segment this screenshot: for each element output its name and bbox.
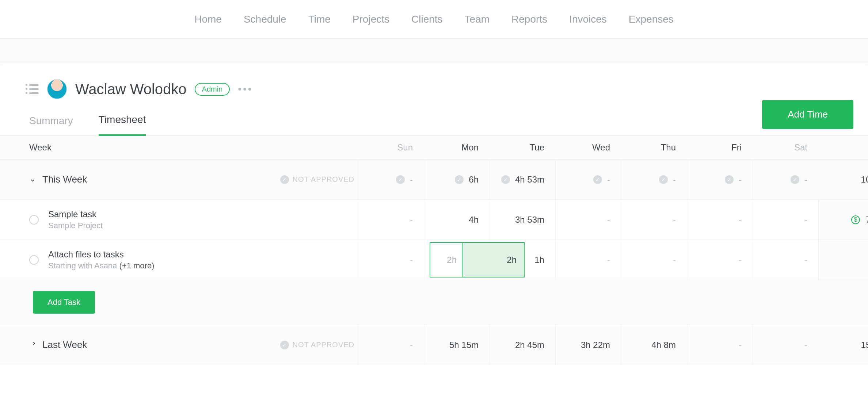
last-wed: 3h 22m [555, 325, 621, 365]
task-cell[interactable]: - [621, 240, 687, 280]
week-row-this[interactable]: ⌄ This Week ✓ NOT APPROVED ✓- ✓6h ✓4h 53… [0, 160, 868, 200]
check-circle-icon: ✓ [280, 341, 289, 349]
check-circle-icon: ✓ [455, 175, 464, 184]
task-radio[interactable] [29, 255, 39, 265]
check-circle-icon: ✓ [396, 175, 405, 184]
col-fri: Fri [687, 142, 753, 153]
task-cell[interactable]: - [555, 240, 621, 280]
task-subtitle: Starting with Asana (+1 more) [48, 261, 154, 271]
tab-timesheet[interactable]: Timesheet [99, 114, 146, 136]
more-icon[interactable]: ••• [238, 83, 253, 95]
task-total: 3h [818, 240, 868, 280]
list-toggle-icon[interactable] [29, 84, 39, 94]
last-thu: 4h 8m [621, 325, 687, 365]
task-title[interactable]: Attach files to tasks [48, 249, 154, 260]
nav-schedule[interactable]: Schedule [244, 14, 286, 25]
task-cell[interactable]: - [753, 240, 818, 280]
col-wed: Wed [555, 142, 621, 153]
role-badge: Admin [195, 83, 230, 96]
nav-expenses[interactable]: Expenses [629, 14, 674, 25]
last-tue: 2h 45m [490, 325, 555, 365]
check-circle-icon: ✓ [725, 175, 734, 184]
this-sun: ✓- [358, 160, 424, 199]
this-thu: ✓- [621, 160, 687, 199]
nav-reports[interactable]: Reports [511, 14, 547, 25]
approval-status-this: ✓ NOT APPROVED [256, 175, 358, 184]
task-cell[interactable]: - [687, 240, 753, 280]
chevron-right-icon[interactable]: ⌄ [28, 340, 37, 347]
col-total: Total [818, 142, 868, 153]
task-subtitle: Sample Project [48, 221, 103, 230]
page-gap [0, 39, 868, 64]
billable-icon[interactable]: $ [851, 215, 860, 224]
check-circle-icon: ✓ [791, 175, 799, 184]
task-radio[interactable] [29, 215, 39, 225]
nav-time[interactable]: Time [308, 14, 331, 25]
nav-invoices[interactable]: Invoices [569, 14, 607, 25]
task-row: Sample task Sample Project - 4h 3h 53m -… [0, 200, 868, 240]
this-total: 10h 53m [818, 175, 868, 185]
time-edit-overlay[interactable]: 2h 2h [430, 242, 525, 277]
approval-status-last: ✓ NOT APPROVED [256, 341, 358, 349]
week-label-last: Last Week [42, 339, 87, 351]
last-sat: - [753, 325, 818, 365]
check-circle-icon: ✓ [593, 175, 602, 184]
time-edit-input[interactable]: 2h [462, 243, 524, 277]
task-total: $ 7h 53m [818, 200, 868, 240]
check-circle-icon: ✓ [659, 175, 668, 184]
task-cell[interactable]: - [555, 200, 621, 240]
col-mon: Mon [424, 142, 490, 153]
last-total: 15h 30m [818, 340, 868, 350]
col-thu: Thu [621, 142, 687, 153]
user-name: Waclaw Wolodko [75, 81, 187, 97]
nav-team[interactable]: Team [465, 14, 490, 25]
nav-home[interactable]: Home [194, 14, 222, 25]
task-cell[interactable]: - [753, 200, 818, 240]
check-circle-icon: ✓ [280, 175, 289, 184]
check-circle-icon: ✓ [501, 175, 510, 184]
tabs-row: Summary Timesheet Add Time [0, 103, 868, 136]
approval-label: NOT APPROVED [293, 175, 354, 184]
add-time-button[interactable]: Add Time [762, 100, 853, 129]
this-fri: ✓- [687, 160, 753, 199]
col-sat: Sat [753, 142, 818, 153]
user-header: Waclaw Wolodko Admin ••• [0, 64, 868, 103]
task-row: Attach files to tasks Starting with Asan… [0, 240, 868, 280]
last-sun: - [358, 325, 424, 365]
chevron-down-icon[interactable]: ⌄ [29, 174, 36, 184]
task-cell[interactable]: - [358, 240, 424, 280]
task-more-count[interactable]: (+1 more) [119, 261, 154, 270]
nav-projects[interactable]: Projects [353, 14, 389, 25]
content-panel: Waclaw Wolodko Admin ••• Summary Timeshe… [0, 64, 868, 365]
add-task-button[interactable]: Add Task [33, 291, 95, 314]
task-cell-editing[interactable]: 2h 2h 2h [424, 240, 490, 280]
col-week: Week [29, 142, 256, 153]
this-mon: ✓6h [424, 160, 490, 199]
task-cell[interactable]: - [687, 200, 753, 240]
week-row-last[interactable]: ⌄ Last Week ✓ NOT APPROVED - 5h 15m 2h 4… [0, 325, 868, 365]
top-nav: Home Schedule Time Projects Clients Team… [0, 0, 868, 39]
this-wed: ✓- [555, 160, 621, 199]
col-sun: Sun [358, 142, 424, 153]
approval-label: NOT APPROVED [293, 341, 354, 349]
task-title[interactable]: Sample task [48, 209, 103, 219]
this-tue: ✓4h 53m [490, 160, 555, 199]
table-header: Week Sun Mon Tue Wed Thu Fri Sat Total [0, 136, 868, 160]
avatar[interactable] [47, 79, 67, 99]
task-cell[interactable]: 3h 53m [490, 200, 555, 240]
week-label-this: This Week [42, 174, 87, 185]
tab-summary[interactable]: Summary [29, 115, 73, 135]
add-task-row: Add Task [0, 280, 868, 325]
task-cell[interactable]: - [621, 200, 687, 240]
col-tue: Tue [490, 142, 555, 153]
last-fri: - [687, 325, 753, 365]
task-cell[interactable]: 4h [424, 200, 490, 240]
task-cell[interactable]: - [358, 200, 424, 240]
time-edit-prev: 2h [430, 243, 462, 277]
last-mon: 5h 15m [424, 325, 490, 365]
nav-clients[interactable]: Clients [411, 14, 443, 25]
this-sat: ✓- [753, 160, 818, 199]
